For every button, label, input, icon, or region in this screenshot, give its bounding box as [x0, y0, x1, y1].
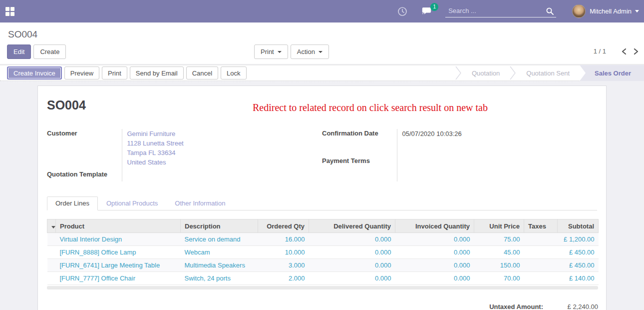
table-row[interactable]: Virtual Interior Design Service on deman…: [47, 233, 599, 246]
action-label: Action: [297, 48, 315, 56]
pager-previous-icon[interactable]: [621, 48, 627, 55]
lock-button[interactable]: Lock: [221, 66, 246, 80]
notebook-tabs: Order Lines Optional Products Other Info…: [47, 196, 597, 210]
payment-terms-label: Payment Terms: [322, 156, 397, 182]
cell-description[interactable]: Service on demand: [181, 233, 258, 246]
cell-invoiced-quantity[interactable]: 0.000: [395, 272, 474, 285]
tab-other-information[interactable]: Other Information: [166, 196, 234, 210]
user-name: Mitchell Admin: [590, 8, 632, 15]
payment-terms-value: [397, 156, 597, 182]
tab-optional-products[interactable]: Optional Products: [98, 196, 166, 210]
pager-next-icon[interactable]: [634, 48, 639, 55]
status-steps: Quotation Quotation Sent Sales Order: [455, 65, 644, 81]
statusbar: Create Invoice Preview Print Send by Ema…: [0, 65, 644, 81]
cell-delivered-quantity[interactable]: 0.000: [309, 233, 395, 246]
field-groups: Customer Gemini Furniture 1128 Lunetta S…: [47, 129, 597, 182]
chevron-down-icon: [278, 51, 282, 53]
table-header-row: Product Description Ordered Qty Delivere…: [47, 220, 599, 233]
cell-unit-price[interactable]: 150.00: [474, 259, 524, 272]
chevron-down-icon: [635, 10, 639, 12]
cell-taxes[interactable]: [524, 246, 558, 259]
column-delivered-quantity[interactable]: Delivered Quantity: [309, 220, 395, 233]
navbar-search: [445, 5, 556, 18]
cell-unit-price[interactable]: 70.00: [474, 272, 524, 285]
search-input[interactable]: [445, 5, 556, 18]
cell-description[interactable]: Switch, 24 ports: [181, 272, 258, 285]
cell-taxes[interactable]: [524, 233, 558, 246]
cell-subtotal[interactable]: £ 1,200.00: [558, 233, 599, 246]
cell-invoiced-quantity[interactable]: 0.000: [395, 233, 474, 246]
status-step-sales-order[interactable]: Sales Order: [580, 65, 644, 81]
cell-subtotal[interactable]: £ 140.00: [558, 272, 599, 285]
cell-product[interactable]: [FURN_7777] Office Chair: [56, 272, 181, 285]
search-icon[interactable]: [546, 7, 554, 17]
cell-invoiced-quantity[interactable]: 0.000: [395, 259, 474, 272]
column-invoiced-quantity[interactable]: Invoiced Quantity: [395, 220, 474, 233]
tab-order-lines[interactable]: Order Lines: [47, 196, 98, 210]
cell-delivered-quantity[interactable]: 0.000: [309, 272, 395, 285]
cell-ordered-qty[interactable]: 16.000: [258, 233, 309, 246]
cell-unit-price[interactable]: 45.00: [474, 246, 524, 259]
cell-delivered-quantity[interactable]: 0.000: [309, 259, 395, 272]
column-product[interactable]: Product: [56, 220, 181, 233]
horizontal-scrollbar[interactable]: [47, 286, 598, 290]
cancel-button[interactable]: Cancel: [186, 66, 218, 80]
column-unit-price[interactable]: Unit Price: [474, 220, 524, 233]
untaxed-amount-label: Untaxed Amount:: [489, 303, 543, 310]
apps-menu-icon[interactable]: [5, 7, 14, 16]
user-avatar: [572, 4, 586, 18]
main-content: SO004 Redirect to related record on clic…: [0, 82, 644, 310]
form-sheet: SO004 Redirect to related record on clic…: [37, 86, 607, 310]
cell-ordered-qty[interactable]: 10.000: [258, 246, 309, 259]
pager-value[interactable]: 1 / 1: [594, 48, 606, 55]
cell-ordered-qty[interactable]: 2.000: [258, 272, 309, 285]
chevron-down-icon: [319, 51, 322, 53]
top-navbar: 1 Mitchell Admin: [0, 0, 644, 22]
step-chevron-icon: [455, 65, 462, 81]
edit-button[interactable]: Edit: [7, 44, 31, 59]
cell-description[interactable]: Webcam: [181, 246, 258, 259]
cell-product[interactable]: [FURN_8888] Office Lamp: [56, 246, 181, 259]
create-button[interactable]: Create: [33, 44, 66, 59]
preview-button[interactable]: Preview: [64, 66, 99, 80]
pager: 1 / 1: [594, 48, 639, 55]
cell-subtotal[interactable]: £ 450.00: [558, 259, 599, 272]
cell-description[interactable]: Multimedia Speakers: [181, 259, 258, 272]
customer-address-line[interactable]: Tampa FL 33634: [127, 148, 322, 158]
column-ordered-qty[interactable]: Ordered Qty: [258, 220, 309, 233]
cell-delivered-quantity[interactable]: 0.000: [309, 246, 395, 259]
activities-clock-icon[interactable]: [397, 6, 407, 16]
messages-icon[interactable]: 1: [420, 6, 432, 16]
column-subtotal[interactable]: Subtotal: [558, 220, 599, 233]
table-row[interactable]: [FURN_8888] Office Lamp Webcam 10.000 0.…: [47, 246, 599, 259]
left-field-group: Customer Gemini Furniture 1128 Lunetta S…: [47, 129, 322, 182]
cell-ordered-qty[interactable]: 3.000: [258, 259, 309, 272]
cell-product[interactable]: [FURN_6741] Large Meeting Table: [56, 259, 181, 272]
user-menu[interactable]: Mitchell Admin: [572, 4, 639, 18]
cell-subtotal[interactable]: £ 450.00: [558, 246, 599, 259]
annotation-text: Redirect to related record on click sear…: [253, 102, 488, 114]
cell-taxes[interactable]: [524, 272, 558, 285]
table-row[interactable]: [FURN_7777] Office Chair Switch, 24 port…: [47, 272, 599, 285]
action-dropdown[interactable]: Action: [291, 44, 329, 59]
customer-link[interactable]: Gemini Furniture: [127, 129, 322, 138]
cell-product[interactable]: Virtual Interior Design: [56, 233, 181, 246]
table-row[interactable]: [FURN_6741] Large Meeting Table Multimed…: [47, 259, 599, 272]
cell-invoiced-quantity[interactable]: 0.000: [395, 246, 474, 259]
cell-taxes[interactable]: [524, 259, 558, 272]
customer-address-line[interactable]: United States: [127, 158, 322, 167]
quotation-template-value: [122, 170, 322, 182]
status-step-quotation-sent[interactable]: Quotation Sent: [516, 65, 580, 81]
cell-unit-price[interactable]: 75.00: [474, 233, 524, 246]
print-button[interactable]: Print: [102, 66, 127, 80]
print-dropdown[interactable]: Print: [254, 44, 288, 59]
column-taxes[interactable]: Taxes: [524, 220, 558, 233]
send-by-email-button[interactable]: Send by Email: [130, 66, 184, 80]
status-step-quotation[interactable]: Quotation: [462, 65, 510, 81]
customer-address-line[interactable]: 1128 Lunetta Street: [127, 138, 322, 148]
column-toggle-icon[interactable]: [47, 220, 56, 233]
messages-badge: 1: [430, 3, 438, 11]
column-description[interactable]: Description: [181, 220, 258, 233]
create-invoice-button[interactable]: Create Invoice: [7, 66, 62, 80]
untaxed-amount-value: £ 2,240.00: [543, 303, 598, 310]
